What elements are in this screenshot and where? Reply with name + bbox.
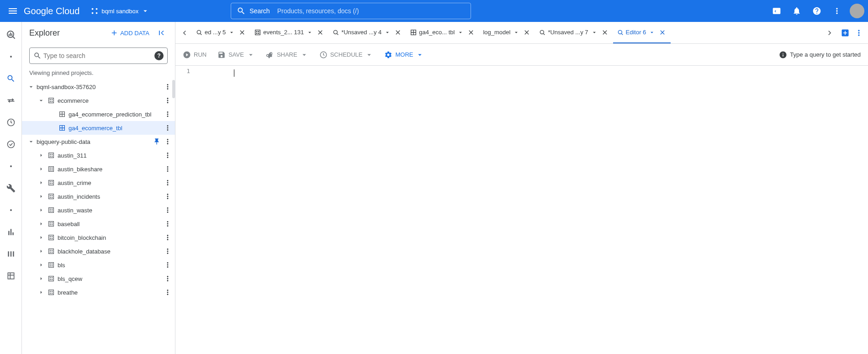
tab-close-button[interactable] xyxy=(393,28,402,37)
share-button[interactable]: SHARE xyxy=(266,51,308,59)
tree-node[interactable]: bitcoin_blockchain xyxy=(22,231,175,244)
rail-bars-icon[interactable] xyxy=(2,245,20,263)
more-button[interactable]: MORE xyxy=(384,51,424,59)
tree-node[interactable]: austin_311 xyxy=(22,148,175,162)
editor-tab[interactable]: events_2... 131 xyxy=(250,22,328,43)
tab-close-button[interactable] xyxy=(658,28,667,37)
tab-dropdown[interactable] xyxy=(228,29,236,36)
collapse-panel-button[interactable] xyxy=(155,26,168,39)
node-menu-button[interactable] xyxy=(162,150,173,161)
tree-scrollbar[interactable] xyxy=(172,80,175,98)
tab-scroll-left[interactable] xyxy=(177,26,192,40)
tree-toggle[interactable] xyxy=(26,81,37,92)
new-tab-button[interactable] xyxy=(839,26,852,39)
node-menu-button[interactable] xyxy=(162,191,173,202)
node-menu-button[interactable] xyxy=(162,136,173,147)
more-button[interactable] xyxy=(828,2,846,20)
tree-toggle[interactable] xyxy=(36,218,47,229)
rail-bi-icon[interactable] xyxy=(2,223,20,241)
rail-scheduled-icon[interactable] xyxy=(2,113,20,132)
tree-toggle[interactable] xyxy=(36,232,47,243)
node-menu-button[interactable] xyxy=(162,81,173,92)
user-avatar[interactable] xyxy=(850,4,864,18)
tree-node[interactable]: ga4_ecommerce_tbl xyxy=(22,121,175,135)
tree-toggle[interactable] xyxy=(36,273,47,284)
editor-tab[interactable]: ga4_eco... tbl xyxy=(406,22,479,43)
tree-node[interactable]: baseball xyxy=(22,217,175,231)
tree-toggle[interactable] xyxy=(36,205,47,216)
project-selector[interactable]: bqml sandbox xyxy=(87,4,153,18)
node-menu-button[interactable] xyxy=(162,177,173,188)
tree-toggle[interactable] xyxy=(36,150,47,161)
node-menu-button[interactable] xyxy=(162,287,173,298)
tab-close-button[interactable] xyxy=(316,28,325,37)
tab-close-button[interactable] xyxy=(238,28,247,37)
tab-close-button[interactable] xyxy=(522,28,531,37)
add-data-button[interactable]: ADD DATA xyxy=(106,27,153,39)
tab-dropdown[interactable] xyxy=(306,29,314,36)
editor-tab[interactable]: *Unsaved ...y 7 xyxy=(535,22,613,43)
rail-transfers-icon[interactable] xyxy=(2,91,20,110)
tree-node[interactable]: austin_crime xyxy=(22,176,175,190)
tab-dropdown[interactable] xyxy=(590,29,598,36)
rail-reservations-icon[interactable] xyxy=(2,135,20,153)
tree-toggle[interactable] xyxy=(36,95,47,106)
explorer-search-box[interactable]: ? xyxy=(29,48,168,64)
tab-dropdown[interactable] xyxy=(512,29,520,36)
tree-toggle[interactable] xyxy=(36,287,47,298)
editor-tab[interactable]: ed ...y 5 xyxy=(192,22,250,43)
rail-admin-icon[interactable] xyxy=(2,179,20,197)
explorer-search-input[interactable] xyxy=(42,52,154,59)
pin-icon[interactable] xyxy=(151,138,162,145)
editor-tab[interactable]: log_model xyxy=(479,22,535,43)
tree-toggle[interactable] xyxy=(36,164,47,174)
save-button[interactable]: SAVE xyxy=(217,51,255,59)
editor-content[interactable] xyxy=(194,66,868,354)
tree-node[interactable]: ga4_ecommerce_prediction_tbl xyxy=(22,107,175,121)
tree-node[interactable]: austin_incidents xyxy=(22,190,175,203)
node-menu-button[interactable] xyxy=(162,205,173,216)
tree-node[interactable]: bls_qcew xyxy=(22,272,175,285)
schedule-button[interactable]: SCHEDULE xyxy=(319,51,374,59)
search-input[interactable] xyxy=(277,7,465,15)
code-editor[interactable]: 1 xyxy=(175,66,868,354)
tab-dropdown[interactable] xyxy=(648,29,656,36)
tab-dropdown[interactable] xyxy=(456,29,465,36)
editor-tab[interactable]: Editor 6 xyxy=(613,22,671,43)
node-menu-button[interactable] xyxy=(162,259,173,270)
tree-node[interactable]: blackhole_database xyxy=(22,244,175,258)
node-menu-button[interactable] xyxy=(162,109,173,120)
run-button[interactable]: RUN xyxy=(183,51,206,59)
tree-toggle[interactable] xyxy=(36,259,47,270)
cloud-shell-button[interactable] xyxy=(767,2,786,20)
tree-node[interactable]: breathe xyxy=(22,285,175,299)
rail-sql-icon[interactable] xyxy=(2,69,20,88)
tab-close-button[interactable] xyxy=(466,28,476,37)
tree-toggle[interactable] xyxy=(36,191,47,202)
node-menu-button[interactable] xyxy=(162,218,173,229)
tab-dropdown[interactable] xyxy=(383,29,392,36)
tree-node[interactable]: austin_waste xyxy=(22,203,175,217)
rail-table-icon[interactable] xyxy=(2,267,20,285)
node-menu-button[interactable] xyxy=(162,246,173,257)
tab-menu-button[interactable] xyxy=(852,26,866,40)
node-menu-button[interactable] xyxy=(162,122,173,133)
node-menu-button[interactable] xyxy=(162,273,173,284)
tree-node[interactable]: bls xyxy=(22,258,175,272)
help-button[interactable] xyxy=(808,2,826,20)
main-menu-button[interactable] xyxy=(4,2,22,20)
google-cloud-logo[interactable]: Google Google CloudCloud xyxy=(24,6,79,16)
search-bar[interactable]: Search xyxy=(231,3,471,19)
tree-toggle[interactable] xyxy=(36,177,47,188)
tree-node[interactable]: bqml-sandbox-357620 xyxy=(22,80,175,94)
tab-close-button[interactable] xyxy=(600,28,609,37)
search-help-icon[interactable]: ? xyxy=(154,51,164,60)
tree-node[interactable]: ecommerce xyxy=(22,94,175,107)
tree-node[interactable]: austin_bikeshare xyxy=(22,162,175,176)
rail-bigquery-icon[interactable] xyxy=(2,26,20,44)
node-menu-button[interactable] xyxy=(162,164,173,174)
tab-scroll-right[interactable] xyxy=(822,26,837,40)
notifications-button[interactable] xyxy=(788,2,806,20)
tree-toggle[interactable] xyxy=(36,246,47,257)
editor-tab[interactable]: *Unsaved ...y 4 xyxy=(328,22,406,43)
